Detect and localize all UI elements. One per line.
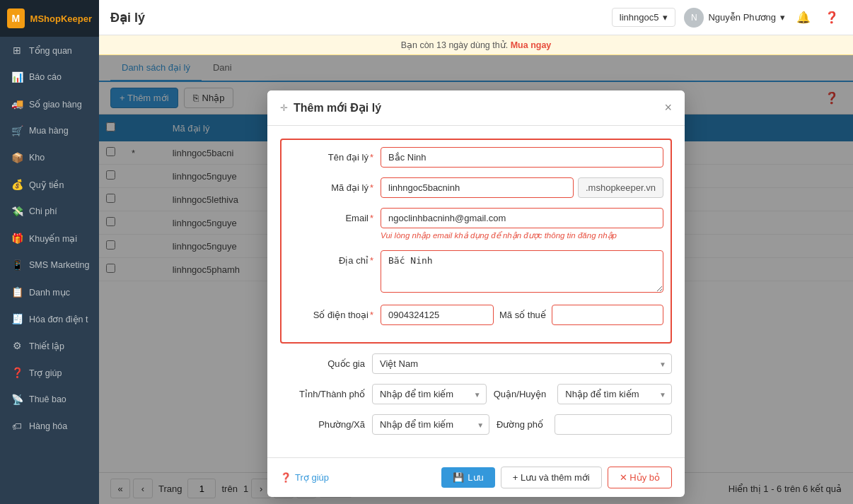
sidebar-icon-thue-bao: 📡 — [11, 394, 23, 405]
sidebar-label-hoa-don-dien-tu: Hóa đơn điện t — [29, 314, 88, 324]
sidebar-item-bao-cao[interactable]: 📊Báo cáo — [0, 64, 99, 90]
modal-add-agent: ✛ Thêm mới Đại lý × Tên đại lý* — [267, 90, 685, 497]
modal-footer: ❓ Trợ giúp 💾 Lưu + Lưu và thêm mới ✕ Hủy… — [267, 457, 685, 497]
quan-label: Quận/Huyện — [494, 384, 551, 404]
modal-header: ✛ Thêm mới Đại lý × — [267, 90, 685, 126]
chevron-down-icon: ▾ — [780, 12, 785, 23]
tinh-row: Tỉnh/Thành phố Nhập để tìm kiếm Quận/Huy… — [280, 384, 672, 404]
sidebar-item-quy-tien[interactable]: 💰Quỹ tiền — [0, 171, 99, 198]
sdt-label: Số điện thoại* — [289, 305, 373, 320]
sidebar-icon-chi-phi: 💸 — [11, 206, 23, 217]
sidebar-label-danh-muc: Danh mục — [29, 287, 70, 298]
email-hint: Vui lòng nhập email khả dụng để nhận đượ… — [381, 230, 663, 240]
sidebar-label-quy-tien: Quỹ tiền — [29, 180, 64, 190]
sidebar-icon-hang-hoa: 🏷 — [11, 421, 23, 432]
sidebar-item-thue-bao[interactable]: 📡Thuê bao — [0, 386, 99, 413]
save-button[interactable]: 💾 Lưu — [441, 467, 494, 488]
user-info[interactable]: N Nguyễn Phương ▾ — [684, 8, 785, 28]
sdt-input[interactable] — [381, 305, 494, 325]
quoc-gia-row: Quốc gia Việt Nam — [280, 353, 672, 374]
dia-chi-wrap: Bắc Ninh — [381, 250, 663, 295]
sidebar-label-tro-giup: Trợ giúp — [29, 368, 62, 378]
quoc-gia-label: Quốc gia — [280, 353, 365, 369]
email-wrap: Vui lòng nhập email khả dụng để nhận đượ… — [381, 208, 663, 240]
page-title: Đại lý — [110, 10, 145, 25]
ma-dai-ly-wrap: .mshopkeeper.vn — [381, 177, 663, 198]
modal-overlay: ✛ Thêm mới Đại lý × Tên đại lý* — [99, 55, 853, 504]
email-row: Email* Vui lòng nhập email khả dụng để n… — [289, 208, 663, 240]
help-circle-icon: ❓ — [280, 472, 291, 483]
notification-icon[interactable]: 🔔 — [794, 8, 813, 28]
save-add-button[interactable]: + Lưu và thêm mới — [501, 467, 602, 488]
sidebar-label-sms-marketing: SMS Marketing — [29, 260, 89, 270]
dia-chi-input[interactable]: Bắc Ninh — [381, 250, 663, 293]
quan-wrap: Nhập để tìm kiếm — [557, 384, 672, 404]
sidebar-item-sms-marketing[interactable]: 📱SMS Marketing — [0, 252, 99, 279]
sidebar-item-hoa-don-dien-tu[interactable]: 🧾Hóa đơn điện t — [0, 305, 99, 332]
ma-dai-ly-label: Mã đại lý* — [289, 177, 373, 193]
cancel-button[interactable]: ✕ Hủy bỏ — [608, 467, 672, 488]
phuong-wrap: Nhập để tìm kiếm — [372, 414, 489, 435]
quoc-gia-wrap: Việt Nam — [372, 353, 672, 374]
sidebar-label-tong-quan: Tổng quan — [29, 45, 72, 56]
sidebar-item-mua-hang[interactable]: 🛒Mua hàng — [0, 117, 99, 144]
sidebar-icon-tro-giup: ❓ — [11, 367, 23, 378]
sidebar-icon-khuyen-mai: 🎁 — [11, 233, 23, 244]
chevron-down-icon: ▾ — [663, 12, 668, 23]
sidebar-item-chi-phi[interactable]: 💸Chi phí — [0, 198, 99, 225]
ten-dai-ly-label: Tên đại lý* — [289, 147, 373, 163]
notice-link[interactable]: Mua ngay — [511, 40, 552, 50]
main-content: Đại lý linhngoc5 ▾ N Nguyễn Phương ▾ 🔔 ❓… — [99, 0, 853, 504]
duong-input[interactable] — [555, 414, 672, 435]
sdt-wrap: Mã số thuế — [381, 305, 663, 325]
email-label: Email* — [289, 208, 373, 223]
sidebar-label-so-giao-hang: Số giao hàng — [29, 99, 82, 110]
sidebar-icon-tong-quan: ⊞ — [11, 45, 23, 56]
tinh-quan-group: Nhập để tìm kiếm Quận/Huyện Nhập để tìm … — [372, 384, 672, 404]
avatar: N — [684, 8, 704, 28]
sidebar-item-thiet-lap[interactable]: ⚙Thiết lập — [0, 332, 99, 359]
tinh-select[interactable]: Nhập để tìm kiếm — [372, 384, 487, 404]
sidebar-label-bao-cao: Báo cáo — [29, 72, 62, 82]
sidebar-item-so-giao-hang[interactable]: 🚚Số giao hàng — [0, 90, 99, 117]
duong-label: Đường phố — [497, 414, 547, 435]
save-icon: 💾 — [453, 472, 464, 483]
sidebar-item-hang-hoa[interactable]: 🏷Hàng hóa — [0, 413, 99, 440]
sidebar-icon-thiet-lap: ⚙ — [11, 340, 23, 351]
sidebar-label-thiet-lap: Thiết lập — [29, 341, 64, 351]
phuong-select[interactable]: Nhập để tìm kiếm — [372, 414, 489, 435]
store-selector[interactable]: linhngoc5 ▾ — [612, 8, 676, 27]
sidebar-item-khuyen-mai[interactable]: 🎁Khuyến mại — [0, 225, 99, 252]
help-icon[interactable]: ❓ — [822, 8, 842, 28]
ten-dai-ly-input[interactable] — [381, 147, 663, 168]
store-name: linhngoc5 — [620, 12, 659, 23]
tinh-label: Tỉnh/Thành phố — [280, 384, 365, 399]
quan-select[interactable]: Nhập để tìm kiếm — [557, 384, 672, 404]
help-link[interactable]: ❓ Trợ giúp — [280, 472, 329, 483]
ma-dai-ly-input[interactable] — [381, 177, 574, 198]
sidebar-label-kho: Kho — [29, 153, 45, 163]
ma-dai-ly-row: Mã đại lý* .mshopkeeper.vn — [289, 177, 663, 198]
move-icon: ✛ — [280, 102, 288, 113]
sidebar-label-khuyen-mai: Khuyến mại — [29, 233, 77, 244]
logo-prefix: MShop — [30, 13, 61, 24]
sidebar-icon-danh-muc: 📋 — [11, 286, 23, 298]
notice-bar: Bạn còn 13 ngày dùng thử. Mua ngay — [99, 35, 853, 55]
sidebar-item-tro-giup[interactable]: ❓Trợ giúp — [0, 359, 99, 386]
modal-close-button[interactable]: × — [664, 100, 672, 115]
quoc-gia-select[interactable]: Việt Nam — [372, 353, 672, 374]
notice-text: Bạn còn 13 ngày dùng thử. — [401, 40, 509, 50]
sidebar-item-tong-quan[interactable]: ⊞Tổng quan — [0, 37, 99, 64]
phuong-row: Phường/Xã Nhập để tìm kiếm Đường phố — [280, 414, 672, 435]
sidebar-item-danh-muc[interactable]: 📋Danh mục — [0, 279, 99, 305]
sidebar-label-chi-phi: Chi phí — [29, 206, 57, 216]
ma-so-thue-input[interactable] — [552, 305, 663, 325]
sidebar-item-kho[interactable]: 📦Kho — [0, 144, 99, 171]
logo[interactable]: M MShopKeeper — [0, 0, 99, 37]
sdt-row: Số điện thoại* Mã số thuế — [289, 305, 663, 325]
ten-dai-ly-row: Tên đại lý* — [289, 147, 663, 168]
ma-dai-ly-group: .mshopkeeper.vn — [381, 177, 663, 198]
phuong-duong-group: Nhập để tìm kiếm Đường phố — [372, 414, 672, 435]
dia-chi-row: Địa chỉ* Bắc Ninh — [289, 250, 663, 295]
email-input[interactable] — [381, 208, 663, 228]
